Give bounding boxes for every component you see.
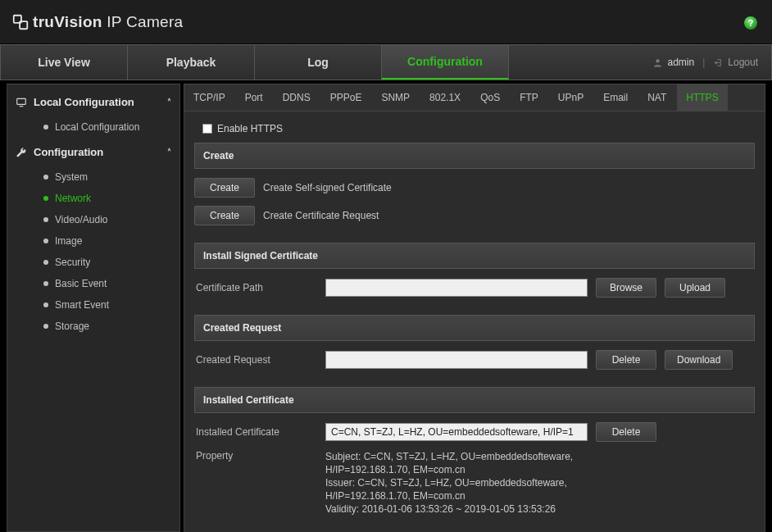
subtab-port[interactable]: Port [236, 84, 272, 111]
create-cert-request-desc: Create Certificate Request [263, 210, 379, 221]
nav-tab-live-view[interactable]: Live View [1, 45, 128, 80]
delete-request-button[interactable]: Delete [596, 350, 656, 370]
section-created-req-header: Created Request [194, 315, 755, 341]
brand-title: truVision IP Camera [33, 13, 183, 31]
installed-cert-field[interactable] [325, 423, 588, 441]
enable-https-label: Enable HTTPS [217, 123, 283, 134]
nav-user[interactable]: admin [652, 57, 694, 68]
subtab-ftp[interactable]: FTP [511, 84, 547, 111]
nav-tab-log[interactable]: Log [255, 45, 382, 80]
brand-icon [11, 13, 30, 31]
create-selfsigned-desc: Create Self-signed Certificate [263, 182, 392, 193]
side-item-storage[interactable]: Storage [7, 316, 179, 337]
section-install-header: Install Signed Certificate [194, 243, 755, 269]
cert-path-label: Certificate Path [194, 282, 317, 293]
section-installed-header: Installed Certificate [194, 387, 755, 413]
subtab-pppoe[interactable]: PPPoE [321, 84, 371, 111]
chevron-up-icon: ˄ [167, 98, 171, 107]
property-text: Subject: C=CN, ST=ZJ, L=HZ, OU=embeddeds… [325, 450, 573, 516]
property-label: Property [194, 450, 317, 462]
network-subtabs: TCP/IP Port DDNS PPPoE SNMP 802.1X QoS F… [184, 84, 765, 111]
nav-tab-playback[interactable]: Playback [128, 45, 255, 80]
enable-https-row: Enable HTTPS [194, 120, 755, 143]
side-nav: Local Configuration˄ Local Configuration… [7, 84, 180, 532]
side-item-local-configuration[interactable]: Local Configuration [7, 116, 179, 138]
created-req-input[interactable] [325, 351, 588, 369]
subtab-nat[interactable]: NAT [638, 84, 675, 111]
subtab-https[interactable]: HTTPS [677, 84, 727, 111]
monitor-icon [16, 97, 27, 108]
cert-path-input[interactable] [325, 279, 588, 297]
subtab-upnp[interactable]: UPnP [549, 84, 593, 111]
app-header: truVision IP Camera ? [0, 0, 772, 44]
delete-cert-button[interactable]: Delete [596, 422, 656, 442]
installed-cert-label: Installed Certificate [194, 426, 317, 438]
side-item-basic-event[interactable]: Basic Event [7, 273, 179, 294]
enable-https-checkbox[interactable] [202, 124, 212, 134]
user-icon [652, 57, 663, 68]
main-content: TCP/IP Port DDNS PPPoE SNMP 802.1X QoS F… [184, 84, 765, 532]
logout-icon [713, 57, 724, 68]
side-item-security[interactable]: Security [7, 252, 179, 273]
svg-point-2 [656, 59, 660, 62]
subtab-tcpip[interactable]: TCP/IP [184, 84, 234, 111]
help-icon[interactable]: ? [744, 16, 757, 30]
upload-button[interactable]: Upload [665, 278, 725, 298]
subtab-8021x[interactable]: 802.1X [420, 84, 470, 111]
create-selfsigned-button[interactable]: Create [194, 178, 255, 198]
download-request-button[interactable]: Download [665, 350, 733, 370]
svg-rect-3 [17, 98, 26, 104]
wrench-icon [16, 147, 27, 158]
main-nav: Live View Playback Log Configuration adm… [0, 44, 772, 80]
side-item-system[interactable]: System [7, 166, 179, 188]
create-cert-request-button[interactable]: Create [194, 206, 255, 225]
subtab-qos[interactable]: QoS [471, 84, 509, 111]
side-item-smart-event[interactable]: Smart Event [7, 294, 179, 316]
nav-logout[interactable]: Logout [713, 57, 758, 68]
nav-separator: | [702, 57, 705, 68]
nav-tab-configuration[interactable]: Configuration [382, 45, 509, 80]
browse-button[interactable]: Browse [596, 278, 656, 298]
side-group-configuration[interactable]: Configuration˄ [7, 138, 179, 166]
chevron-up-icon: ˄ [167, 148, 171, 157]
created-req-label: Created Request [194, 354, 317, 366]
nav-userbox: admin | Logout [652, 45, 771, 80]
side-group-local-config[interactable]: Local Configuration˄ [7, 88, 179, 116]
subtab-snmp[interactable]: SNMP [372, 84, 419, 111]
side-item-video-audio[interactable]: Video/Audio [7, 209, 179, 230]
side-item-network[interactable]: Network [7, 188, 179, 209]
section-create-header: Create [194, 143, 755, 169]
side-item-image[interactable]: Image [7, 230, 179, 252]
subtab-email[interactable]: Email [594, 84, 637, 111]
subtab-ddns[interactable]: DDNS [274, 84, 320, 111]
